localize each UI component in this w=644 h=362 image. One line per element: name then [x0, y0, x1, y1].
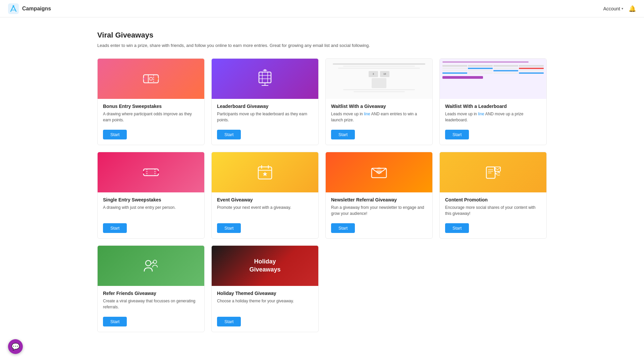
- start-waitlist-giveaway-button[interactable]: Start: [331, 130, 355, 139]
- card-name-newsletter: Newsletter Referral Giveaway: [331, 197, 427, 202]
- card-body-leaderboard: Leaderboard Giveaway Participants move u…: [212, 99, 318, 145]
- card-image-single-entry: [98, 152, 204, 192]
- card-desc-leaderboard: Participants move up the leaderboard as …: [217, 111, 313, 125]
- card-name-content: Content Promotion: [445, 197, 541, 202]
- waitlist-giveaway-preview: 3 10: [326, 59, 432, 99]
- holiday-text: HolidayGiveaways: [249, 258, 280, 274]
- card-body-content: Content Promotion Encourage more social …: [440, 192, 546, 238]
- content-share-icon: [483, 162, 503, 182]
- ticket-single-icon: [141, 162, 161, 182]
- svg-point-1: [13, 5, 14, 7]
- envelope-winner-icon: WIN: [369, 162, 389, 182]
- header-right: Account ▾ 🔔: [603, 5, 636, 12]
- header-title: Campaigns: [22, 6, 51, 12]
- card-body-single-entry: Single Entry Sweepstakes A drawing with …: [98, 192, 204, 238]
- card-desc-bonus-entry: A drawing where participant odds improve…: [103, 111, 199, 125]
- card-body-event: Event Giveaway Promote your next event w…: [212, 192, 318, 238]
- card-image-content: [440, 152, 546, 192]
- card-image-holiday: HolidayGiveaways: [212, 246, 318, 286]
- card-desc-waitlist-leaderboard: Leads move up in line AND move up a priz…: [445, 111, 541, 125]
- card-image-waitlist-leaderboard: [440, 59, 546, 99]
- card-name-refer: Refer Friends Giveaway: [103, 291, 199, 296]
- card-refer-friends: Refer Friends Giveaway Create a viral gi…: [97, 245, 205, 332]
- start-event-button[interactable]: Start: [217, 223, 241, 233]
- start-waitlist-leaderboard-button[interactable]: Start: [445, 130, 469, 139]
- card-body-holiday: Holiday Themed Giveaway Choose a holiday…: [212, 286, 318, 332]
- card-desc-event: Promote your next event with a giveaway.: [217, 204, 313, 219]
- card-name-single-entry: Single Entry Sweepstakes: [103, 197, 199, 202]
- card-body-waitlist-giveaway: Waitlist With a Giveaway Leads move up i…: [326, 99, 432, 145]
- card-body-bonus-entry: Bonus Entry Sweepstakes A drawing where …: [98, 99, 204, 145]
- svg-rect-15: [157, 171, 159, 174]
- section-description: Leads enter to win a prize, share with f…: [97, 42, 547, 49]
- start-refer-button[interactable]: Start: [103, 317, 127, 326]
- svg-rect-0: [8, 3, 19, 14]
- card-desc-holiday: Choose a holiday theme for your giveaway…: [217, 298, 313, 312]
- card-event-giveaway: Event Giveaway Promote your next event w…: [211, 152, 319, 239]
- card-name-holiday: Holiday Themed Giveaway: [217, 291, 313, 296]
- chat-icon: 💬: [11, 343, 20, 351]
- ticket-icon: [141, 69, 161, 89]
- svg-point-29: [146, 260, 151, 266]
- svg-text:WIN: WIN: [377, 171, 381, 173]
- app-logo: [8, 3, 19, 14]
- card-body-refer: Refer Friends Giveaway Create a viral gi…: [98, 286, 204, 332]
- waitlist-leaderboard-preview: [440, 59, 546, 99]
- svg-rect-5: [144, 77, 146, 80]
- svg-rect-7: [259, 72, 271, 83]
- start-holiday-button[interactable]: Start: [217, 317, 241, 326]
- svg-rect-6: [156, 77, 158, 80]
- start-leaderboard-button[interactable]: Start: [217, 130, 241, 139]
- card-name-leaderboard: Leaderboard Giveaway: [217, 104, 313, 109]
- cards-grid: Bonus Entry Sweepstakes A drawing where …: [97, 58, 547, 332]
- section-title: Viral Giveaways: [97, 31, 547, 40]
- header-left: Campaigns: [8, 3, 51, 14]
- card-waitlist-leaderboard: Waitlist With a Leaderboard Leads move u…: [439, 58, 547, 145]
- account-label: Account: [603, 6, 620, 11]
- notifications-icon[interactable]: 🔔: [629, 5, 636, 12]
- card-image-waitlist-giveaway: 3 10: [326, 59, 432, 99]
- card-waitlist-giveaway: 3 10 Waitlist With a Giveaway Leads move…: [325, 58, 433, 145]
- account-button[interactable]: Account ▾: [603, 6, 623, 11]
- card-desc-newsletter: Run a giveaway from your newsletter to e…: [331, 204, 427, 219]
- start-content-button[interactable]: Start: [445, 223, 469, 233]
- referral-icon: [141, 256, 161, 276]
- svg-rect-23: [486, 167, 495, 178]
- card-image-refer: [98, 246, 204, 286]
- svg-point-30: [153, 260, 157, 263]
- card-name-bonus-entry: Bonus Entry Sweepstakes: [103, 104, 199, 109]
- card-body-newsletter: Newsletter Referral Giveaway Run a givea…: [326, 192, 432, 238]
- main-content: Viral Giveaways Leads enter to win a pri…: [0, 17, 644, 352]
- card-single-entry: Single Entry Sweepstakes A drawing with …: [97, 152, 205, 239]
- card-holiday: HolidayGiveaways Holiday Themed Giveaway…: [211, 245, 319, 332]
- support-chat-button[interactable]: 💬: [8, 339, 23, 352]
- header: Campaigns Account ▾ 🔔: [0, 0, 644, 17]
- leaderboard-icon: [255, 69, 275, 89]
- card-image-bonus-entry: [98, 59, 204, 99]
- card-leaderboard-giveaway: Leaderboard Giveaway Participants move u…: [211, 58, 319, 145]
- card-image-leaderboard: [212, 59, 318, 99]
- card-desc-waitlist-giveaway: Leads move up in line AND earn entries t…: [331, 111, 427, 125]
- card-bonus-entry-sweepstakes: Bonus Entry Sweepstakes A drawing where …: [97, 58, 205, 145]
- start-newsletter-button[interactable]: Start: [331, 223, 355, 233]
- card-name-waitlist-giveaway: Waitlist With a Giveaway: [331, 104, 427, 109]
- start-bonus-entry-button[interactable]: Start: [103, 130, 127, 139]
- svg-rect-14: [143, 171, 145, 174]
- card-newsletter: WIN Newsletter Referral Giveaway Run a g…: [325, 152, 433, 239]
- svg-rect-11: [144, 169, 158, 176]
- start-single-entry-button[interactable]: Start: [103, 223, 127, 233]
- chevron-down-icon: ▾: [622, 7, 623, 10]
- card-name-event: Event Giveaway: [217, 197, 313, 202]
- calendar-star-icon: [255, 162, 275, 182]
- card-name-waitlist-leaderboard: Waitlist With a Leaderboard: [445, 104, 541, 109]
- card-desc-refer: Create a viral giveaway that focusses on…: [103, 298, 199, 312]
- card-desc-content: Encourage more social shares of your con…: [445, 204, 541, 219]
- card-image-event: [212, 152, 318, 192]
- card-image-newsletter: WIN: [326, 152, 432, 192]
- card-desc-single-entry: A drawing with just one entry per person…: [103, 204, 199, 219]
- card-content-promotion: Content Promotion Encourage more social …: [439, 152, 547, 239]
- card-body-waitlist-leaderboard: Waitlist With a Leaderboard Leads move u…: [440, 99, 546, 145]
